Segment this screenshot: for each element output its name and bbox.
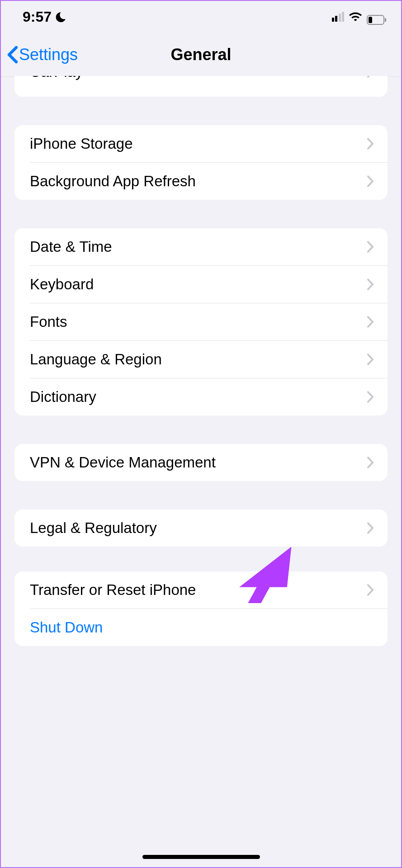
row-fonts[interactable]: Fonts bbox=[14, 303, 388, 340]
settings-group-storage: iPhone Storage Background App Refresh bbox=[14, 125, 388, 200]
wifi-icon bbox=[349, 9, 362, 25]
row-label: CarPlay bbox=[30, 76, 367, 80]
row-iphone-storage[interactable]: iPhone Storage bbox=[14, 125, 388, 162]
row-background-app-refresh[interactable]: Background App Refresh bbox=[14, 163, 388, 200]
chevron-right-icon bbox=[367, 241, 374, 253]
status-bar: 9:57 bbox=[1, 1, 401, 33]
back-button[interactable]: Settings bbox=[1, 45, 78, 64]
row-label: Transfer or Reset iPhone bbox=[30, 581, 367, 599]
cellular-signal-icon bbox=[332, 12, 345, 22]
chevron-right-icon bbox=[367, 316, 374, 328]
status-left: 9:57 bbox=[23, 9, 67, 25]
do-not-disturb-icon bbox=[54, 10, 67, 23]
chevron-right-icon bbox=[367, 354, 374, 365]
battery-icon bbox=[367, 12, 387, 22]
row-carplay[interactable]: CarPlay bbox=[14, 76, 388, 97]
status-right bbox=[332, 9, 387, 25]
settings-group-system: Date & Time Keyboard Fonts Language & Re… bbox=[14, 228, 388, 415]
row-label: iPhone Storage bbox=[30, 135, 367, 152]
row-label: Language & Region bbox=[30, 351, 367, 368]
row-label: Date & Time bbox=[30, 238, 367, 255]
row-label: Background App Refresh bbox=[30, 173, 367, 190]
row-label: Legal & Regulatory bbox=[30, 519, 367, 537]
chevron-right-icon bbox=[367, 278, 374, 290]
content: CarPlay iPhone Storage Background App Re… bbox=[1, 76, 401, 646]
status-time: 9:57 bbox=[23, 9, 52, 25]
chevron-left-icon bbox=[7, 46, 18, 64]
row-transfer-reset-iphone[interactable]: Transfer or Reset iPhone bbox=[14, 571, 388, 609]
svg-rect-2 bbox=[385, 18, 386, 22]
chevron-right-icon bbox=[367, 76, 374, 78]
row-label: Keyboard bbox=[30, 276, 367, 293]
back-label: Settings bbox=[19, 45, 78, 64]
row-label: Fonts bbox=[30, 313, 367, 330]
row-label: VPN & Device Management bbox=[30, 454, 367, 471]
row-vpn-device-management[interactable]: VPN & Device Management bbox=[14, 444, 388, 481]
row-label: Dictionary bbox=[30, 388, 367, 406]
home-indicator[interactable] bbox=[142, 855, 260, 859]
row-legal-regulatory[interactable]: Legal & Regulatory bbox=[14, 509, 388, 547]
chevron-right-icon bbox=[367, 457, 374, 468]
settings-group-vpn: VPN & Device Management bbox=[14, 444, 388, 481]
settings-group-clipped: CarPlay bbox=[14, 76, 388, 97]
chevron-right-icon bbox=[367, 584, 374, 596]
settings-group-reset: Transfer or Reset iPhone Shut Down bbox=[14, 571, 388, 646]
chevron-right-icon bbox=[367, 175, 374, 187]
chevron-right-icon bbox=[367, 522, 374, 534]
row-language-region[interactable]: Language & Region bbox=[14, 341, 388, 378]
settings-group-legal: Legal & Regulatory bbox=[14, 509, 388, 547]
row-date-time[interactable]: Date & Time bbox=[14, 228, 388, 265]
row-label: Shut Down bbox=[30, 619, 374, 636]
row-keyboard[interactable]: Keyboard bbox=[14, 266, 388, 303]
chevron-right-icon bbox=[367, 138, 374, 150]
chevron-right-icon bbox=[367, 391, 374, 403]
row-shut-down[interactable]: Shut Down bbox=[14, 609, 388, 646]
row-dictionary[interactable]: Dictionary bbox=[14, 378, 388, 415]
nav-header: Settings General bbox=[1, 33, 401, 77]
svg-rect-1 bbox=[369, 17, 372, 23]
